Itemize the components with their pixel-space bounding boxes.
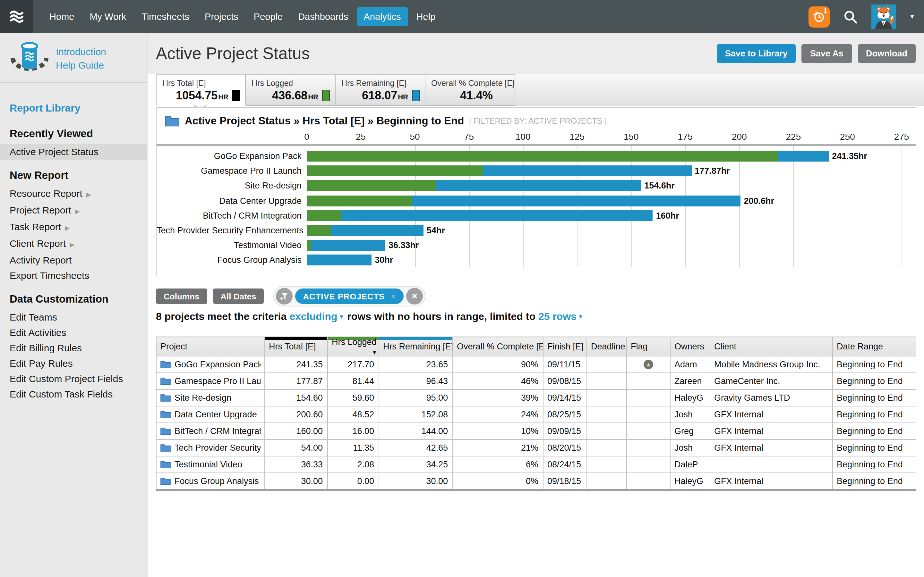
column-label: Client [714, 342, 736, 351]
download-button[interactable]: Download [858, 44, 916, 63]
bar-segment-remaining [436, 181, 641, 191]
table-row[interactable]: Gamespace Pro II Launch177.8781.4496.434… [156, 373, 916, 390]
search-icon[interactable] [843, 9, 858, 24]
table-row[interactable]: GoGo Expansion Pack241.35217.7023.6590%0… [156, 356, 916, 373]
table-row[interactable]: Data Center Upgrade200.6048.52152.0824%0… [156, 406, 916, 423]
cell-hrs_remaining: 30.00 [379, 473, 453, 490]
sidebar-item-report-library[interactable]: Report Library [10, 103, 147, 114]
cell-flag [627, 423, 670, 440]
kpi-tab-hrs-remaining-e[interactable]: Hrs Remaining [E]618.07HR [336, 74, 425, 106]
nav-item-projects[interactable]: Projects [198, 7, 246, 26]
cell-range: Beginning to End [833, 406, 916, 423]
column-header-deadline[interactable]: Deadline [587, 337, 627, 356]
save-to-library-button[interactable]: Save to Library [717, 44, 796, 63]
nav-item-home[interactable]: Home [42, 7, 81, 26]
table-row[interactable]: Focus Group Analysis30.000.0030.000%09/1… [156, 473, 916, 490]
sidebar-item-edit-activities[interactable]: Edit Activities [10, 325, 147, 340]
cell-deadline [587, 423, 627, 440]
bar-value-label: 177.87hr [695, 165, 730, 176]
cell-project: Site Re-design [156, 390, 265, 406]
cell-pct: 24% [453, 406, 543, 423]
sidebar-item-active-project-status[interactable]: Active Project Status [0, 144, 147, 160]
cell-client: Mobile Madness Group Inc. [710, 356, 833, 373]
column-label: Finish [E] [548, 342, 583, 351]
avatar[interactable] [871, 5, 896, 29]
kpi-tab-hrs-logged[interactable]: Hrs Logged436.68HR [246, 74, 336, 106]
remove-chip-icon[interactable]: × [391, 291, 396, 301]
nav-item-analytics[interactable]: Analytics [357, 7, 408, 26]
sidebar-item-resource-report[interactable]: Resource Report▶ [10, 186, 147, 203]
cell-client: Gravity Games LTD [710, 390, 833, 406]
sidebar-item-edit-billing-rules[interactable]: Edit Billing Rules [10, 340, 147, 356]
columns-button[interactable]: Columns [156, 288, 207, 304]
help-guide[interactable]: Introduction Help Guide [0, 33, 147, 74]
table-row[interactable]: Site Re-design154.6059.6095.0039%09/14/1… [156, 390, 916, 406]
column-header-overall-complete-e[interactable]: Overall % Complete [E] [453, 337, 543, 356]
add-filter-button[interactable]: + [276, 288, 293, 305]
chart-category-label: GoGo Expansion Pack [157, 151, 302, 161]
column-header-hrs-total-e[interactable]: Hrs Total [E] [265, 337, 328, 356]
sidebar-item-export-timesheets[interactable]: Export Timesheets [10, 268, 147, 284]
cell-hrs_logged: 217.70 [328, 356, 379, 373]
timer-button[interactable]: 1 [809, 6, 830, 27]
nav-item-my-work[interactable]: My Work [82, 7, 133, 26]
cell-client: GFX Internal [710, 423, 833, 440]
excluding-dropdown[interactable]: excluding [289, 311, 344, 322]
column-label: Project [160, 342, 187, 351]
cell-flag [627, 440, 670, 456]
sidebar-group-data-customization: Data CustomizationEdit TeamsEdit Activit… [10, 293, 147, 402]
project-cell: BitTech / CRM Integration [160, 423, 260, 439]
sidebar-item-edit-custom-project-fields[interactable]: Edit Custom Project Fields [10, 371, 147, 387]
sidebar-item-project-report[interactable]: Project Report▶ [10, 203, 147, 219]
chart-row: Data Center Upgrade200.6hr [157, 195, 915, 206]
brand-logo[interactable] [0, 0, 33, 33]
sidebar-item-edit-custom-task-fields[interactable]: Edit Custom Task Fields [10, 387, 147, 402]
chart-bar: 241.35hr [307, 151, 867, 161]
sidebar-item-edit-teams[interactable]: Edit Teams [10, 309, 147, 325]
kpi-value-number: 436.68 [272, 90, 307, 101]
cell-pct: 90% [453, 356, 543, 373]
app-root: HomeMy WorkTimesheetsProjectsPeopleDashb… [0, 0, 924, 577]
help-guide-link[interactable]: Introduction Help Guide [56, 41, 106, 72]
column-header-client[interactable]: Client [710, 337, 833, 356]
page-title: Active Project Status [156, 44, 310, 63]
table-row[interactable]: Tech Provider Security Enhancements54.00… [156, 440, 916, 456]
cell-pct: 46% [453, 373, 543, 390]
nav-item-dashboards[interactable]: Dashboards [291, 7, 355, 26]
nav-item-people[interactable]: People [247, 7, 290, 26]
nav-item-timesheets[interactable]: Timesheets [134, 7, 196, 26]
projects-table: ProjectHrs Total [E]Hrs Logged▼Hrs Remai… [156, 337, 916, 491]
column-header-owners[interactable]: Owners [670, 337, 710, 356]
avatar-image [871, 5, 896, 29]
active-projects-chip[interactable]: ACTIVE PROJECTS × [296, 288, 404, 304]
cell-flag [627, 390, 670, 406]
chart-row: Site Re-design154.6hr [157, 181, 915, 191]
clear-filters-button[interactable]: ✕ [406, 288, 423, 305]
column-header-flag[interactable]: Flag [627, 337, 670, 356]
sidebar-item-task-report[interactable]: Task Report▶ [10, 219, 147, 236]
kpi-value: 1054.75HR [176, 90, 240, 101]
folder-icon [160, 477, 171, 485]
column-header-date-range[interactable]: Date Range [833, 337, 916, 356]
cell-hrs_total: 36.33 [265, 456, 328, 473]
chart-row: BitTech / CRM Integration160hr [157, 210, 915, 221]
all-dates-button[interactable]: All Dates [213, 288, 264, 304]
user-menu-caret-icon[interactable]: ▼ [909, 13, 915, 20]
column-header-finish-e[interactable]: Finish [E] [543, 337, 587, 356]
kpi-tab-overall-complete-e[interactable]: Overall % Complete [E]41.4% [425, 74, 515, 106]
project-cell: Gamespace Pro II Launch [160, 373, 260, 389]
kpi-tab-hrs-total-e[interactable]: Hrs Total [E]1054.75HR [156, 74, 246, 106]
table-header-row: ProjectHrs Total [E]Hrs Logged▼Hrs Remai… [156, 337, 916, 356]
save-as-button[interactable]: Save As [802, 44, 852, 63]
cell-range: Beginning to End [833, 456, 916, 473]
nav-item-help[interactable]: Help [409, 7, 443, 26]
sidebar-item-client-report[interactable]: Client Report▶ [10, 236, 147, 253]
table-row[interactable]: BitTech / CRM Integration160.0016.00144.… [156, 423, 916, 440]
sidebar-item-edit-pay-rules[interactable]: Edit Pay Rules [10, 356, 147, 371]
column-header-hrs-remaining-e[interactable]: Hrs Remaining [E] [379, 337, 453, 356]
column-header-project[interactable]: Project [156, 337, 265, 356]
sidebar-item-activity-report[interactable]: Activity Report [10, 253, 147, 268]
rows-limit-dropdown[interactable]: 25 rows [538, 311, 583, 322]
table-row[interactable]: Testimonial Video36.332.0834.256%08/24/1… [156, 456, 916, 473]
column-header-hrs-logged[interactable]: Hrs Logged▼ [328, 337, 379, 356]
